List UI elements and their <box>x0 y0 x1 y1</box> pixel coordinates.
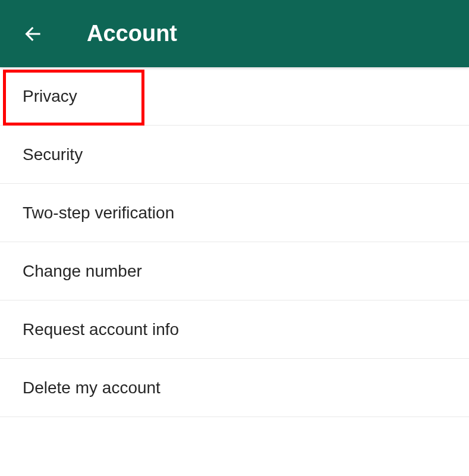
list-item-label: Privacy <box>23 87 77 106</box>
back-arrow-icon[interactable] <box>21 23 44 45</box>
list-item-delete-my-account[interactable]: Delete my account <box>0 359 469 417</box>
list-item-privacy[interactable]: Privacy <box>0 67 469 126</box>
list-item-label: Change number <box>23 262 142 281</box>
list-item-label: Two-step verification <box>23 203 174 223</box>
list-item-request-account-info[interactable]: Request account info <box>0 300 469 359</box>
list-item-label: Security <box>23 145 83 164</box>
page-title: Account <box>87 21 177 46</box>
list-item-change-number[interactable]: Change number <box>0 242 469 300</box>
list-item-label: Delete my account <box>23 378 160 397</box>
list-item-two-step-verification[interactable]: Two-step verification <box>0 184 469 242</box>
arrow-left-icon <box>21 23 44 45</box>
app-header: Account <box>0 0 469 67</box>
list-item-label: Request account info <box>23 320 179 339</box>
settings-list: Privacy Security Two-step verification C… <box>0 67 469 417</box>
list-item-security[interactable]: Security <box>0 126 469 184</box>
